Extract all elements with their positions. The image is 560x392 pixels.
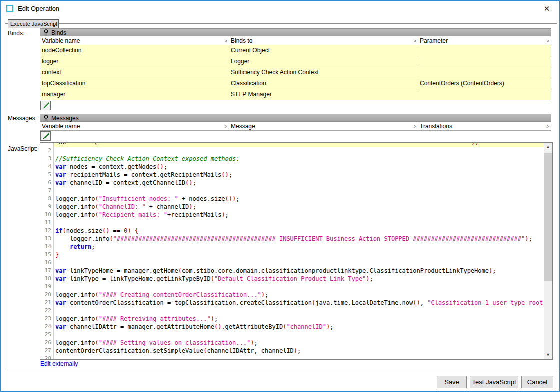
messages-label: Messages: (8, 115, 37, 122)
code-line-27[interactable]: 27contentOrderClassification.setSimpleVa… (40, 347, 544, 355)
code-line-19[interactable]: 19 (40, 283, 544, 291)
code-text: if(nodes.size() == 0) { (55, 227, 138, 235)
column-filter-icon[interactable]: > (413, 37, 416, 45)
code-line-4[interactable]: 4var nodes = context.getNodes(); (40, 163, 544, 171)
code-text: contentOrderClassification.setSimpleValu… (55, 347, 301, 355)
code-line-6[interactable]: 6var channelID = context.getChannelID(); (40, 179, 544, 187)
code-line-28[interactable]: 28 (40, 355, 544, 360)
column-header-translations[interactable]: Translations> (418, 122, 551, 130)
table-cell[interactable] (418, 89, 551, 100)
code-text: logger.info("#### Setting values on clas… (55, 339, 258, 347)
line-number: 25 (40, 331, 51, 339)
code-line-15[interactable]: 15} (40, 251, 544, 259)
edit-externally-link[interactable]: Edit externally (40, 360, 78, 367)
code-text: logger.info("#### Creating contentOrderC… (55, 291, 268, 299)
code-line-5[interactable]: 5var recipientMails = context.getRecipie… (40, 171, 544, 179)
table-row[interactable]: topClassificationClassificationContentOr… (40, 78, 551, 89)
table-cell[interactable]: manager (40, 89, 229, 100)
column-filter-icon[interactable]: > (413, 123, 416, 130)
table-cell[interactable]: STEP Manager (229, 89, 418, 100)
line-number: 11 (40, 219, 51, 227)
table-cell[interactable]: Logger (229, 56, 418, 67)
column-header-label: Translations (420, 123, 452, 130)
save-button[interactable]: Save (437, 376, 467, 388)
column-filter-icon[interactable]: > (224, 123, 227, 130)
code-line-9[interactable]: 9logger.info("ChannelID: " + channelID); (40, 203, 544, 211)
line-number: 2 (40, 147, 51, 155)
column-filter-icon[interactable]: > (546, 123, 549, 130)
table-cell[interactable]: topClassification (40, 78, 229, 89)
code-text: } (55, 251, 59, 259)
table-cell[interactable]: Sufficiency Check Action Context (229, 67, 418, 78)
code-fragment: ( (94, 143, 97, 146)
messages-section-header: Messages (40, 114, 551, 122)
table-cell[interactable]: ContentOrders (ContentOrders) (418, 78, 551, 89)
line-number: 17 (40, 267, 51, 275)
table-cell[interactable] (418, 56, 551, 67)
window-title: Edit Operation (18, 5, 59, 12)
cancel-button[interactable]: Cancel (521, 376, 553, 388)
column-header-variable-name[interactable]: Variable name> (40, 36, 229, 45)
table-cell[interactable]: context (40, 67, 229, 78)
table-cell[interactable]: Current Object (229, 45, 418, 56)
code-line-17[interactable]: 17var linkTypeHome = manager.getHome(com… (40, 267, 544, 275)
test-javascript-button[interactable]: Test JavaScript (470, 376, 518, 388)
column-header-message[interactable]: Message> (229, 122, 418, 130)
line-number: 7 (40, 187, 51, 195)
operation-type-dropdown[interactable]: Execute JavaScript ▼ (8, 19, 59, 28)
table-cell[interactable] (418, 45, 551, 56)
editor-scrollbar[interactable]: ▲ ▼ (544, 143, 552, 359)
table-row[interactable]: loggerLogger (40, 56, 551, 67)
line-number: 22 (40, 307, 51, 315)
code-line-11[interactable]: 11 (40, 219, 544, 227)
line-number: 9 (40, 203, 51, 211)
code-line-10[interactable]: 10logger.info("Recipient mails: "+recipi… (40, 211, 544, 219)
javascript-code-editor[interactable]: bb("); 23//Sufficiency Check Action Cont… (40, 142, 553, 360)
table-row[interactable]: contextSufficiency Check Action Context (40, 67, 551, 78)
binds-edit-button[interactable] (40, 101, 51, 110)
code-line-24[interactable]: 24var channelIDAttr = manager.getAttribu… (40, 323, 544, 331)
column-header-variable-name[interactable]: Variable name> (40, 122, 229, 130)
messages-column-headers: Variable name>Message>Translations> (40, 122, 551, 131)
edit-operation-dialog: Edit Operation ✕ Execute JavaScript ▼ Bi… (0, 0, 560, 392)
code-line-21[interactable]: 21var contentOrderClassification = topCl… (40, 299, 544, 307)
code-line-14[interactable]: 14 return; (40, 243, 544, 251)
table-cell[interactable]: logger (40, 56, 229, 67)
line-number: 13 (40, 235, 51, 243)
code-line-3[interactable]: 3//Sufficiency Check Action Context expo… (40, 155, 544, 163)
column-header-binds-to[interactable]: Binds to> (229, 36, 418, 45)
code-line-2[interactable]: 2 (40, 147, 544, 155)
code-line-18[interactable]: 18var linkType = linkTypeHome.getLinkTyp… (40, 275, 544, 283)
column-header-label: Message (231, 123, 255, 130)
code-line-13[interactable]: 13 logger.info("########################… (40, 235, 544, 243)
column-header-parameter[interactable]: Parameter> (418, 36, 551, 45)
messages-section-title: Messages (51, 115, 79, 122)
scroll-down-icon[interactable]: ▼ (544, 351, 552, 359)
table-cell[interactable]: nodeCollection (40, 45, 229, 56)
code-line-7[interactable]: 7 (40, 187, 544, 195)
table-cell[interactable]: Classification (229, 78, 418, 89)
table-cell[interactable] (418, 67, 551, 78)
code-line-8[interactable]: 8logger.info("Insufficient nodes: " + no… (40, 195, 544, 203)
code-line-22[interactable]: 22 (40, 307, 544, 315)
close-icon[interactable]: ✕ (540, 3, 553, 15)
table-row[interactable]: managerSTEP Manager (40, 89, 551, 100)
column-filter-icon[interactable]: > (546, 37, 549, 45)
scrollbar-thumb[interactable] (544, 153, 552, 281)
code-line-23[interactable]: 23logger.info("#### Retreiving attribute… (40, 315, 544, 323)
code-text: logger.info("Recipient mails: "+recipien… (55, 211, 229, 219)
column-filter-icon[interactable]: > (224, 37, 227, 45)
code-line-20[interactable]: 20logger.info("#### Creating contentOrde… (40, 291, 544, 299)
line-number: 23 (40, 315, 51, 323)
table-row[interactable]: nodeCollectionCurrent Object (40, 45, 551, 56)
code-line-16[interactable]: 16 (40, 259, 544, 267)
scroll-up-icon[interactable]: ▲ (544, 143, 552, 151)
edit-pen-icon (42, 133, 49, 141)
code-line-25[interactable]: 25 (40, 331, 544, 339)
messages-edit-button[interactable] (40, 131, 51, 141)
code-line-12[interactable]: 12if(nodes.size() == 0) { (40, 227, 544, 235)
line-number: 12 (40, 227, 51, 235)
code-line-26[interactable]: 26logger.info("#### Setting values on cl… (40, 339, 544, 347)
code-line-1-partial: bb("); (54, 143, 544, 147)
line-number: 5 (40, 171, 51, 179)
